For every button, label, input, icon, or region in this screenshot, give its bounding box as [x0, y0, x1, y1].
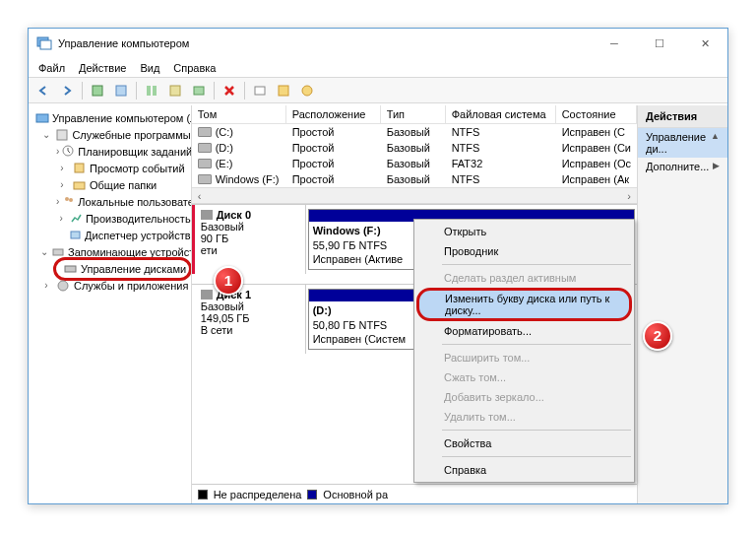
volume-row[interactable]: Windows (F:)ПростойБазовыйNTFSИсправен (…: [192, 171, 637, 187]
toolbar-icon[interactable]: [188, 80, 210, 101]
svg-rect-19: [53, 249, 63, 255]
svg-rect-3: [116, 86, 126, 96]
svg-point-21: [58, 281, 68, 291]
svg-rect-12: [57, 130, 67, 140]
svg-rect-6: [170, 86, 180, 96]
volume-list[interactable]: Том Расположение Тип Файловая система Со…: [192, 105, 637, 204]
volume-row[interactable]: (C:)ПростойБазовыйNTFSИсправен (С: [192, 124, 637, 140]
app-icon: [36, 35, 52, 51]
minimize-button[interactable]: ─: [592, 29, 637, 58]
legend-unallocated: Не распределена: [214, 489, 302, 500]
delete-icon[interactable]: [219, 80, 240, 101]
annotation-badge-2: 2: [643, 321, 672, 351]
performance-icon: [69, 211, 83, 227]
ctx-format[interactable]: Форматировать...: [416, 321, 632, 341]
back-button[interactable]: [32, 80, 54, 101]
tree-storage[interactable]: Запоминающие устройст: [68, 246, 192, 258]
col-layout[interactable]: Расположение: [286, 105, 381, 123]
users-icon: [62, 194, 75, 210]
disk-info[interactable]: Диск 1 Базовый 149,05 ГБ В сети: [192, 285, 306, 354]
col-type[interactable]: Тип: [381, 105, 446, 123]
svg-rect-2: [93, 86, 102, 96]
volume-row[interactable]: (D:)ПростойБазовыйNTFSИсправен (Си: [192, 140, 637, 156]
toolbar: [29, 78, 727, 103]
legend-primary: Основной ра: [323, 489, 388, 500]
tree-root[interactable]: Управление компьютером (л: [52, 112, 192, 124]
tree-disk-management-selected[interactable]: Управление дисками: [53, 257, 192, 281]
svg-rect-5: [153, 86, 157, 96]
legend-swatch-unallocated: [198, 490, 208, 500]
services-icon: [55, 278, 71, 294]
ctx-mirror: Добавить зеркало...: [416, 387, 632, 407]
svg-rect-7: [194, 87, 204, 95]
event-viewer-icon: [71, 161, 87, 176]
actions-selected[interactable]: Управление ди...▲: [638, 128, 727, 158]
volume-headers: Том Расположение Тип Файловая система Со…: [192, 105, 637, 124]
device-manager-icon: [69, 228, 82, 243]
svg-rect-18: [71, 232, 80, 238]
help-icon[interactable]: [296, 80, 318, 101]
tools-icon: [54, 127, 69, 143]
properties-icon[interactable]: [273, 80, 294, 101]
ctx-help[interactable]: Справка: [416, 460, 632, 480]
svg-rect-20: [65, 266, 76, 272]
col-status[interactable]: Состояние: [556, 105, 637, 123]
menu-file[interactable]: Файл: [38, 62, 65, 74]
col-filesystem[interactable]: Файловая система: [446, 105, 556, 123]
svg-rect-15: [74, 182, 85, 189]
svg-point-10: [302, 86, 312, 96]
menu-view[interactable]: Вид: [140, 62, 159, 74]
legend-swatch-primary: [307, 490, 317, 500]
ctx-shrink: Сжать том...: [416, 367, 632, 387]
window-title: Управление компьютером: [58, 37, 592, 49]
col-volume[interactable]: Том: [192, 105, 286, 123]
tree-item[interactable]: Просмотр событий: [90, 163, 185, 174]
close-button[interactable]: ✕: [682, 29, 727, 58]
actions-panel: Действия Управление ди...▲ Дополните...▶: [638, 105, 727, 503]
svg-point-17: [69, 198, 73, 202]
menu-help[interactable]: Справка: [173, 62, 216, 74]
ctx-open[interactable]: Открыть: [416, 222, 632, 241]
context-menu: Открыть Проводник Сделать раздел активны…: [413, 219, 635, 483]
ctx-extend: Расширить том...: [416, 348, 632, 367]
tree-system-tools[interactable]: Служебные программы: [72, 129, 190, 141]
toolbar-icon[interactable]: [110, 80, 132, 101]
ctx-change-drive-letter[interactable]: Изменить букву диска или путь к диску...: [416, 288, 632, 321]
refresh-icon[interactable]: [141, 80, 162, 101]
forward-button[interactable]: [56, 80, 78, 101]
disk-management-icon: [62, 261, 78, 277]
ctx-make-active: Сделать раздел активным: [416, 268, 632, 288]
legend: Не распределена Основной ра: [192, 484, 637, 503]
toolbar-icon[interactable]: [249, 80, 271, 101]
navigation-tree[interactable]: Управление компьютером (л ⌄Служебные про…: [29, 105, 192, 503]
menubar: Файл Действие Вид Справка: [29, 58, 727, 78]
tree-item[interactable]: Диспетчер устройств: [85, 230, 191, 241]
tree-item[interactable]: Планировщик заданий: [78, 146, 191, 158]
tree-item[interactable]: Локальные пользовате: [78, 196, 191, 208]
ctx-properties[interactable]: Свойства: [416, 433, 632, 453]
toolbar-icon[interactable]: [87, 80, 108, 101]
disk-info[interactable]: Диск 0 Базовый 90 ГБ ети: [192, 205, 306, 274]
volume-row[interactable]: (E:)ПростойБазовыйFAT32Исправен (Ос: [192, 156, 637, 171]
menu-action[interactable]: Действие: [79, 62, 126, 74]
svg-rect-8: [255, 87, 265, 95]
actions-more[interactable]: Дополните...▶: [638, 158, 727, 175]
svg-point-16: [65, 197, 69, 201]
svg-rect-14: [75, 164, 84, 172]
tree-item[interactable]: Общие папки: [90, 179, 157, 191]
svg-rect-1: [40, 40, 51, 49]
computer-icon: [35, 110, 49, 126]
svg-rect-11: [36, 114, 48, 122]
ctx-explorer[interactable]: Проводник: [416, 241, 632, 261]
tree-item[interactable]: Производительность: [86, 213, 191, 225]
toolbar-icon[interactable]: [164, 80, 186, 101]
horizontal-scrollbar[interactable]: ‹›: [192, 187, 637, 203]
maximize-button[interactable]: ☐: [637, 29, 682, 58]
shared-folders-icon: [71, 177, 87, 193]
svg-rect-9: [279, 86, 288, 96]
scheduler-icon: [62, 144, 75, 160]
annotation-badge-1: 1: [214, 266, 243, 296]
tree-services[interactable]: Службы и приложения: [74, 280, 188, 292]
actions-title: Действия: [638, 105, 727, 128]
titlebar: Управление компьютером ─ ☐ ✕: [29, 29, 727, 58]
